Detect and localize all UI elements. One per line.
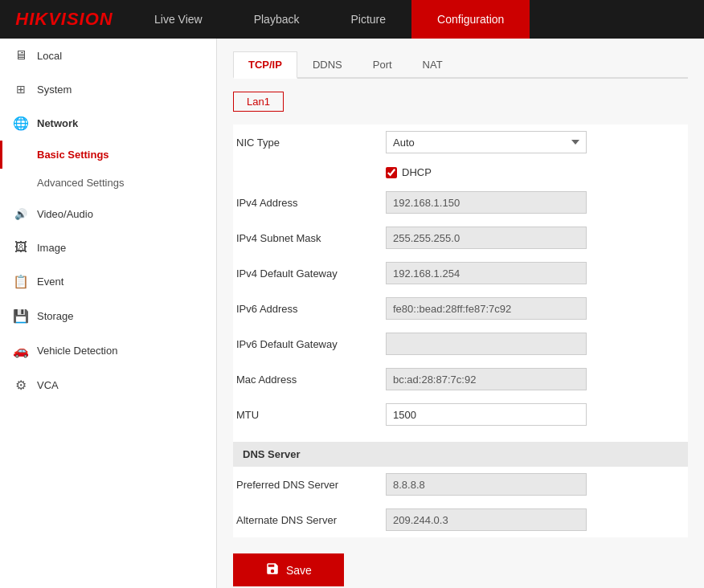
dhcp-row: DHCP <box>386 160 688 185</box>
network-form: NIC Type Auto 10M Half-dup 10M Full-dup … <box>233 125 688 537</box>
storage-icon <box>13 308 29 324</box>
mac-address-row: Mac Address <box>233 361 688 397</box>
nav-picture[interactable]: Picture <box>325 0 411 39</box>
ipv4-gateway-label: IPv4 Default Gateway <box>233 267 386 280</box>
sidebar-item-basic-settings[interactable]: Basic Settings <box>0 141 216 169</box>
ipv6-gateway-row: IPv6 Default Gateway <box>233 326 688 361</box>
content-area: TCP/IP DDNS Port NAT Lan1 NIC Type Auto <box>217 39 704 588</box>
save-label: Save <box>286 564 312 577</box>
brand-name: HIKVISION <box>15 9 113 30</box>
sidebar: Local System Network Basic Settings Adva… <box>0 39 217 588</box>
alternate-dns-input[interactable] <box>386 508 587 531</box>
ipv4-subnet-input[interactable] <box>386 227 587 249</box>
nav-live-view[interactable]: Live View <box>129 0 228 39</box>
ipv4-address-label: IPv4 Address <box>233 197 386 209</box>
network-icon <box>13 116 29 131</box>
ipv4-subnet-row: IPv4 Subnet Mask <box>233 220 688 255</box>
nav-configuration[interactable]: Configuration <box>411 0 530 39</box>
main-layout: Local System Network Basic Settings Adva… <box>0 39 704 588</box>
save-button[interactable]: Save <box>233 553 344 586</box>
mtu-row: MTU <box>233 397 688 432</box>
dns-server-header: DNS Server <box>233 442 688 467</box>
system-icon <box>13 82 29 96</box>
alternate-dns-row: Alternate DNS Server <box>233 502 688 537</box>
mac-address-input[interactable] <box>386 368 587 390</box>
lan1-button[interactable]: Lan1 <box>233 92 284 112</box>
ipv6-address-input[interactable] <box>386 297 587 320</box>
sidebar-item-network[interactable]: Network <box>0 106 216 141</box>
nic-type-label: NIC Type <box>233 137 386 149</box>
preferred-dns-label: Preferred DNS Server <box>233 479 386 491</box>
tab-nat[interactable]: NAT <box>407 51 458 79</box>
preferred-dns-row: Preferred DNS Server <box>233 467 688 502</box>
tab-tcpip[interactable]: TCP/IP <box>233 51 297 79</box>
nic-type-row: NIC Type Auto 10M Half-dup 10M Full-dup … <box>233 125 688 160</box>
tab-bar: TCP/IP DDNS Port NAT <box>233 51 688 79</box>
save-icon <box>265 561 280 578</box>
mac-address-label: Mac Address <box>233 374 386 386</box>
dhcp-checkbox[interactable] <box>386 167 397 178</box>
sidebar-item-storage[interactable]: Storage <box>0 299 216 333</box>
ipv6-gateway-label: IPv6 Default Gateway <box>233 338 386 350</box>
nav-playback[interactable]: Playback <box>228 0 325 39</box>
tab-ddns[interactable]: DDNS <box>297 51 358 79</box>
ipv4-gateway-input[interactable] <box>386 262 587 284</box>
sidebar-item-image[interactable]: Image <box>0 231 216 264</box>
ipv4-address-row: IPv4 Address <box>233 185 688 220</box>
ipv4-address-input[interactable] <box>386 191 587 214</box>
logo: HIKVISION <box>0 9 129 30</box>
top-navigation: HIKVISION Live View Playback Picture Con… <box>0 0 704 39</box>
vehicle-icon <box>13 343 29 358</box>
dhcp-label[interactable]: DHCP <box>402 166 432 178</box>
sidebar-item-vca[interactable]: VCA <box>0 368 216 402</box>
image-icon <box>13 240 29 255</box>
sidebar-item-event[interactable]: Event <box>0 264 216 299</box>
sidebar-item-advanced-settings[interactable]: Advanced Settings <box>0 169 216 197</box>
alternate-dns-label: Alternate DNS Server <box>233 514 386 526</box>
ipv4-gateway-row: IPv4 Default Gateway <box>233 255 688 291</box>
mtu-input[interactable] <box>386 403 587 426</box>
sidebar-item-system[interactable]: System <box>0 72 216 106</box>
sidebar-item-vehicle-detection[interactable]: Vehicle Detection <box>0 333 216 368</box>
tab-port[interactable]: Port <box>358 51 407 79</box>
preferred-dns-input[interactable] <box>386 473 587 496</box>
ipv6-address-row: IPv6 Address <box>233 291 688 326</box>
ipv6-gateway-input[interactable] <box>386 333 587 355</box>
mtu-label: MTU <box>233 409 386 421</box>
sidebar-item-local[interactable]: Local <box>0 39 216 72</box>
sidebar-item-video-audio[interactable]: Video/Audio <box>0 197 216 231</box>
nic-type-select[interactable]: Auto 10M Half-dup 10M Full-dup 100M Half… <box>386 131 587 153</box>
ipv4-subnet-label: IPv4 Subnet Mask <box>233 232 386 244</box>
video-icon <box>13 206 29 221</box>
ipv6-address-label: IPv6 Address <box>233 303 386 315</box>
vca-icon <box>13 378 29 393</box>
nav-items: Live View Playback Picture Configuration <box>129 0 704 39</box>
event-icon <box>13 274 29 289</box>
monitor-icon <box>13 48 29 63</box>
